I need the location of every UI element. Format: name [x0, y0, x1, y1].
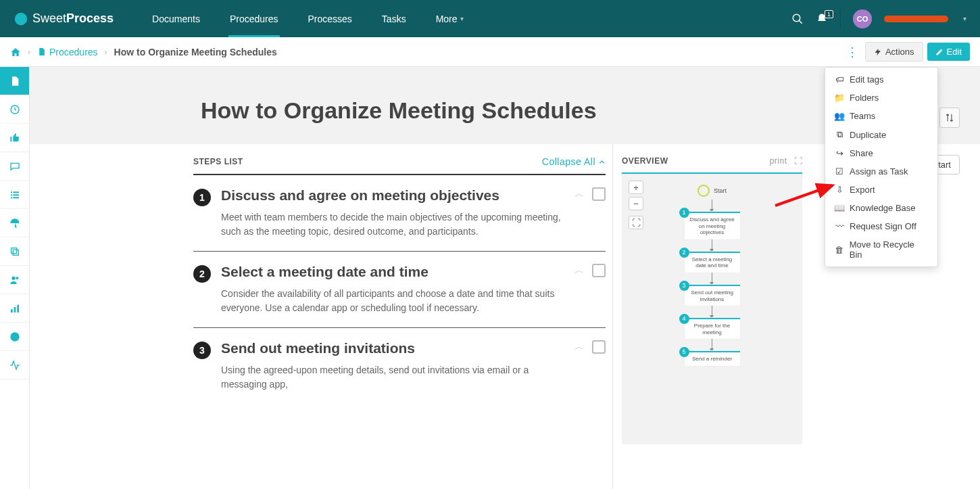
dd-recycle-bin[interactable]: 🗑Move to Recycle Bin — [825, 235, 937, 264]
flow-node[interactable]: 2Select a meeting date and time — [685, 252, 740, 273]
user-chevron-down-icon[interactable]: ▾ — [963, 15, 966, 22]
dd-label: Folders — [850, 93, 879, 103]
step-collapse-icon[interactable]: ︿ — [574, 188, 584, 200]
steps-list-label: STEPS LIST — [193, 157, 243, 166]
flow-node[interactable]: 3Send out meeting invitations — [685, 285, 740, 306]
share-icon: ↪ — [835, 148, 844, 158]
actions-label: Actions — [885, 47, 914, 57]
flow-start-node[interactable] — [697, 185, 710, 197]
dd-export[interactable]: ⇩Export — [825, 181, 937, 199]
nav-items: Documents Procedures Processes Tasks Mor… — [137, 0, 478, 37]
zoom-in-button[interactable]: + — [629, 181, 643, 194]
crumb-procedures-label: Procedures — [49, 47, 98, 57]
svg-rect-7 — [13, 194, 19, 195]
breadcrumb: › Procedures › How to Organize Meeting S… — [10, 47, 277, 57]
chat-icon — [9, 161, 20, 172]
steps-header: STEPS LIST Collapse All — [193, 156, 606, 175]
step-checkbox[interactable] — [592, 264, 606, 277]
avatar[interactable]: CO — [853, 9, 872, 28]
tag-icon: 🏷 — [835, 74, 844, 85]
nav-documents[interactable]: Documents — [137, 0, 215, 37]
bolt-icon — [874, 48, 882, 56]
breadcrumb-bar: › Procedures › How to Organize Meeting S… — [0, 37, 980, 67]
dd-teams[interactable]: 👥Teams — [825, 107, 937, 125]
dd-folders[interactable]: 📁Folders — [825, 89, 937, 107]
umbrella-icon — [9, 218, 20, 229]
nav-tasks[interactable]: Tasks — [367, 0, 421, 37]
check-square-icon: ☑ — [835, 166, 844, 177]
dd-knowledge-base[interactable]: 📖Knowledge Base — [825, 199, 937, 217]
sidebar-item-gear[interactable] — [0, 323, 29, 351]
print-button[interactable]: print — [770, 156, 787, 166]
activity-icon — [9, 360, 20, 371]
nav-more[interactable]: More▾ — [421, 0, 479, 37]
step-checkbox[interactable] — [592, 340, 606, 354]
flow-node[interactable]: 1Discuss and agree on meeting objectives — [685, 212, 740, 239]
dd-label: Assign as Task — [850, 166, 908, 177]
dd-label: Duplicate — [850, 130, 886, 140]
step-collapse-icon[interactable]: ︿ — [574, 341, 584, 353]
step-desc: Using the agreed-upon meeting details, s… — [221, 363, 565, 392]
book-icon: 📖 — [835, 203, 844, 213]
zoom-out-button[interactable]: − — [629, 197, 643, 210]
sidebar-item-document[interactable] — [0, 67, 29, 95]
clock-icon — [9, 104, 20, 115]
sidebar-item-umbrella[interactable] — [0, 209, 29, 237]
thumb-up-icon — [9, 133, 20, 143]
flowchart: Start 1Discuss and agree on meeting obje… — [629, 181, 795, 366]
crumb-sep: › — [28, 47, 30, 57]
sort-button[interactable] — [939, 108, 960, 128]
svg-rect-6 — [11, 194, 12, 195]
dd-assign-task[interactable]: ☑Assign as Task — [825, 162, 937, 181]
edit-button[interactable]: Edit — [927, 43, 970, 61]
subbar-actions: ⋮ Actions Edit — [843, 42, 970, 62]
sidebar-item-activity[interactable] — [0, 351, 29, 379]
svg-point-0 — [15, 12, 27, 24]
svg-rect-10 — [13, 250, 18, 255]
logo-text-sweet: Sweet — [32, 11, 66, 26]
expand-icon[interactable]: ⛶ — [794, 156, 803, 166]
flow-node-label: Prepare for the meeting — [694, 323, 730, 335]
flow-node[interactable]: 5Send a reminder — [685, 351, 740, 366]
search-button[interactable] — [791, 13, 804, 25]
sidebar-item-stats[interactable] — [0, 294, 29, 323]
sidebar-item-clock[interactable] — [0, 95, 29, 124]
more-vertical-icon[interactable]: ⋮ — [843, 45, 861, 60]
dd-edit-tags[interactable]: 🏷Edit tags — [825, 70, 937, 89]
export-icon: ⇩ — [835, 185, 844, 195]
actions-button[interactable]: Actions — [865, 42, 923, 62]
svg-rect-8 — [11, 197, 12, 198]
flow-node[interactable]: 4Prepare for the meeting — [685, 318, 740, 339]
flow-node-label: Send a reminder — [692, 356, 732, 362]
svg-point-17 — [10, 332, 19, 341]
step-checkbox[interactable] — [592, 187, 606, 201]
nav-procedures[interactable]: Procedures — [215, 0, 293, 37]
flow-arrow-icon — [712, 239, 712, 252]
sidebar-item-copy[interactable] — [0, 237, 29, 266]
dd-label: Move to Recycle Bin — [850, 239, 928, 260]
nav-processes[interactable]: Processes — [293, 0, 367, 37]
fullscreen-button[interactable]: ⛶ — [629, 216, 643, 229]
crumb-procedures[interactable]: Procedures — [37, 47, 98, 57]
home-icon[interactable] — [10, 47, 21, 57]
step-desc: Consider the availability of all partici… — [221, 287, 565, 315]
user-name-redacted — [884, 16, 948, 22]
chevron-down-icon: ▾ — [460, 15, 464, 22]
dd-label: Export — [850, 185, 875, 195]
sidebar-item-thumb[interactable] — [0, 124, 29, 152]
users-icon — [9, 275, 20, 285]
notifications-button[interactable]: 1 — [816, 13, 828, 25]
flowchart-panel: + − ⛶ Start 1Discuss and agree on meetin… — [622, 174, 802, 444]
sidebar-item-users[interactable] — [0, 266, 29, 294]
copy-icon — [9, 246, 20, 257]
step-collapse-icon[interactable]: ︿ — [574, 264, 584, 277]
sidebar-item-chat[interactable] — [0, 152, 29, 181]
sidebar-item-list[interactable] — [0, 181, 29, 209]
list-icon — [9, 189, 20, 200]
dd-duplicate[interactable]: ⧉Duplicate — [825, 125, 937, 144]
logo[interactable]: SweetProcess — [14, 11, 114, 26]
dd-request-signoff[interactable]: 〰Request Sign Off — [825, 217, 937, 235]
collapse-all-button[interactable]: Collapse All — [542, 156, 606, 167]
dd-share[interactable]: ↪Share — [825, 144, 937, 162]
flow-node-label: Select a meeting date and time — [692, 256, 733, 269]
